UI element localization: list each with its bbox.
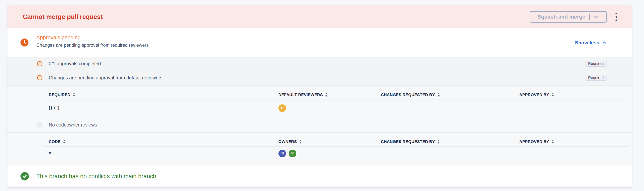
- check-row-default-reviewers: Changes are pending approval from defaul…: [8, 70, 632, 85]
- pending-circle-icon: [37, 75, 42, 80]
- column-header-label: OWNERS: [278, 139, 297, 144]
- sort-icon[interactable]: [325, 93, 328, 97]
- neutral-circle-icon: [37, 122, 42, 127]
- required-count-value: 0 / 1: [49, 105, 60, 112]
- table-header-row: REQUIRED DEFAULT REVIEWERS CHANGES REQUE…: [8, 92, 632, 98]
- approvals-pending-section-header: Approvals pending Changes are pending ap…: [8, 28, 632, 57]
- column-header-owners: OWNERS: [278, 139, 302, 144]
- required-badge: Required: [585, 75, 607, 81]
- no-conflicts-row: This branch has no conflicts with main b…: [8, 165, 632, 187]
- approvals-pending-subheading: Changes are pending approval from requir…: [36, 43, 148, 48]
- column-header-label: CHANGES REQUESTED BY: [381, 139, 435, 144]
- avatar[interactable]: [B: [278, 150, 286, 157]
- squash-and-merge-label: Squash and merge: [538, 14, 586, 20]
- check-row-approvals-count: 0/1 approvals completed Required: [8, 57, 632, 70]
- sort-icon[interactable]: [63, 139, 66, 144]
- code-pattern-value: *: [49, 150, 51, 157]
- table-header-divider: [43, 146, 629, 147]
- owners-cell: [BSJ: [278, 150, 299, 157]
- column-header-label: APPROVED BY: [519, 92, 549, 97]
- column-header-label: CODE: [49, 139, 60, 144]
- column-header-label: DEFAULT REVIEWERS: [278, 92, 323, 97]
- kebab-dot: [616, 16, 617, 18]
- avatar[interactable]: H: [278, 104, 286, 112]
- table-header-divider: [43, 100, 629, 100]
- show-less-toggle[interactable]: Show less: [575, 40, 607, 46]
- check-row-codeowners: No codeowner reviews: [37, 122, 607, 127]
- default-reviewers-cell: H: [278, 104, 289, 112]
- more-options-kebab-button[interactable]: [614, 12, 618, 22]
- cannot-merge-banner: Cannot merge pull request Squash and mer…: [8, 5, 632, 28]
- check-label: Changes are pending approval from defaul…: [49, 75, 162, 81]
- table-row: * [BSJ: [8, 148, 632, 159]
- sort-icon[interactable]: [552, 139, 554, 144]
- column-header-approved-by: APPROVED BY: [519, 139, 554, 144]
- sort-icon[interactable]: [73, 93, 75, 97]
- sort-icon[interactable]: [437, 139, 440, 144]
- banner-title: Cannot merge pull request: [23, 13, 103, 21]
- sort-icon[interactable]: [299, 139, 302, 144]
- sort-icon[interactable]: [552, 93, 554, 97]
- table-row: 0 / 1 H: [8, 103, 632, 113]
- required-reviewers-table: REQUIRED DEFAULT REVIEWERS CHANGES REQUE…: [8, 85, 632, 132]
- kebab-dot: [616, 20, 617, 21]
- chevron-down-icon[interactable]: [594, 14, 599, 20]
- column-header-required: REQUIRED: [49, 92, 75, 97]
- sort-icon[interactable]: [437, 93, 440, 97]
- merge-checks-panel: Cannot merge pull request Squash and mer…: [8, 5, 632, 187]
- show-less-label: Show less: [575, 40, 599, 46]
- squash-and-merge-button[interactable]: Squash and merge: [530, 11, 607, 23]
- column-header-changes-requested-by: CHANGES REQUESTED BY: [381, 92, 440, 97]
- pending-circle-icon: [37, 61, 42, 66]
- chevron-up-icon: [602, 40, 607, 45]
- table-header-row: CODE OWNERS CHANGES REQUESTED BY APPROVE…: [8, 139, 632, 145]
- avatar[interactable]: SJ: [289, 150, 296, 157]
- column-header-changes-requested-by: CHANGES REQUESTED BY: [381, 139, 440, 144]
- codeowners-table: CODE OWNERS CHANGES REQUESTED BY APPROVE…: [8, 132, 632, 165]
- success-check-icon: [20, 172, 29, 180]
- pending-clock-icon: [20, 39, 28, 47]
- column-header-default-reviewers: DEFAULT REVIEWERS: [278, 92, 328, 97]
- column-header-label: APPROVED BY: [519, 139, 549, 144]
- no-conflicts-label: This branch has no conflicts with main b…: [36, 173, 156, 180]
- check-label: No codeowner reviews: [49, 122, 97, 128]
- approvals-heading-block: Approvals pending Changes are pending ap…: [36, 35, 148, 57]
- approvals-pending-heading: Approvals pending: [36, 35, 148, 41]
- kebab-dot: [616, 13, 617, 14]
- check-label: 0/1 approvals completed: [49, 61, 101, 66]
- required-badge: Required: [585, 61, 607, 67]
- button-divider: [589, 14, 590, 20]
- column-header-approved-by: APPROVED BY: [519, 92, 554, 97]
- column-header-label: CHANGES REQUESTED BY: [381, 92, 435, 97]
- column-header-label: REQUIRED: [49, 92, 70, 97]
- column-header-code: CODE: [49, 139, 66, 144]
